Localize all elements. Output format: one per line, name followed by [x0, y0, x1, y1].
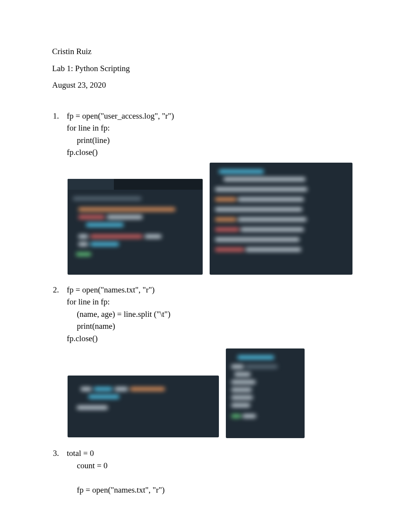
code-line: fp.close(): [67, 146, 358, 159]
item-body: fp = open("names.txt", "r") for line in …: [67, 284, 358, 345]
code-editor-screenshot: [68, 376, 219, 437]
item-body: total = 0 count = 0 fp = open("names.txt…: [67, 447, 358, 496]
list-item-2: 2. fp = open("names.txt", "r") for line …: [52, 284, 358, 345]
screenshot-row-2: [68, 348, 358, 438]
code-line: total = 0: [67, 447, 358, 460]
code-line: print(name): [67, 320, 358, 333]
screenshot-row-1: [68, 163, 358, 275]
code-line: count = 0: [67, 460, 358, 472]
document-title: Lab 1: Python Scripting: [52, 63, 358, 75]
editor-tab-bar: [68, 179, 203, 190]
code-line: print(line): [67, 134, 358, 147]
document-date: August 23, 2020: [52, 79, 358, 92]
code-line: fp.close(): [67, 333, 358, 345]
code-line: (name, age) = line.split ("\t"): [67, 308, 358, 321]
item-number: 2.: [52, 284, 67, 296]
list-item-1: 1. fp = open("user_access.log", "r") for…: [52, 110, 358, 159]
item-number: 1.: [52, 110, 67, 122]
code-line: fp = open("names.txt", "r"): [67, 484, 358, 496]
item-number: 3.: [52, 447, 67, 460]
active-tab: [68, 179, 114, 190]
terminal-output-screenshot: [210, 163, 352, 275]
author-name: Cristin Ruiz: [52, 46, 358, 58]
code-line: [67, 472, 358, 484]
code-line: for line in fp:: [67, 122, 358, 134]
code-editor-screenshot: [68, 179, 203, 275]
code-line: for line in fp:: [67, 296, 358, 308]
code-line: fp = open("user_access.log", "r"): [67, 110, 358, 122]
terminal-output-screenshot: [226, 348, 305, 438]
item-body: fp = open("user_access.log", "r") for li…: [67, 110, 358, 159]
code-line: fp = open("names.txt", "r"): [67, 284, 358, 296]
list-item-3: 3. total = 0 count = 0 fp = open("names.…: [52, 447, 358, 496]
